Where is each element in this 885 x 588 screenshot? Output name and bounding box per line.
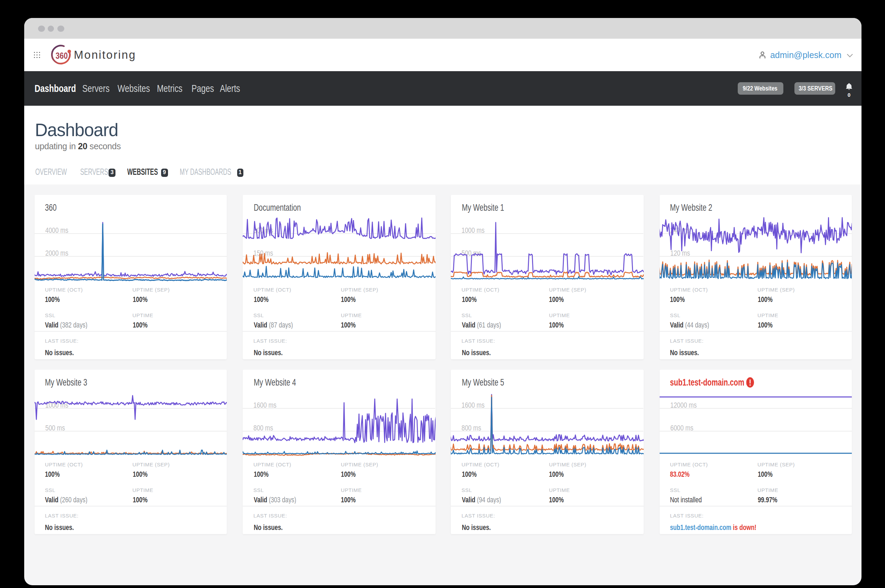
svg-text:150 ms: 150 ms	[253, 248, 273, 257]
svg-text:120 ms: 120 ms	[670, 248, 690, 257]
svg-text:2000 ms: 2000 ms	[45, 248, 68, 257]
svg-text:800 ms: 800 ms	[253, 423, 273, 432]
svg-text:12000 ms: 12000 ms	[670, 400, 696, 409]
svg-text:1600 ms: 1600 ms	[461, 400, 485, 409]
svg-text:1000 ms: 1000 ms	[461, 226, 485, 234]
svg-text:6000 ms: 6000 ms	[670, 423, 693, 432]
svg-text:4000 ms: 4000 ms	[45, 226, 68, 234]
svg-text:1600 ms: 1600 ms	[253, 400, 276, 409]
svg-text:500 ms: 500 ms	[45, 423, 65, 432]
svg-text:800 ms: 800 ms	[461, 423, 481, 432]
svg-text:360: 360	[55, 51, 68, 60]
